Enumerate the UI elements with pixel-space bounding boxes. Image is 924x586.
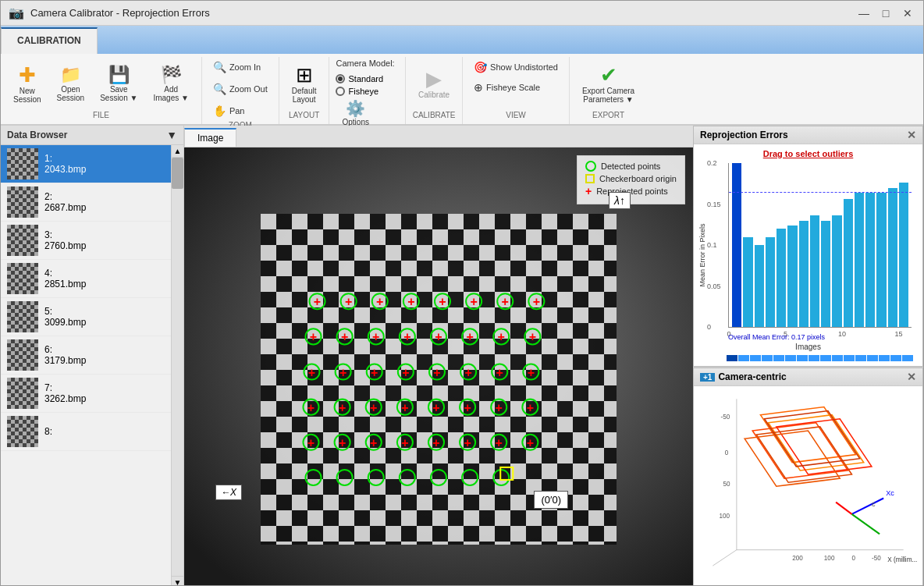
app-window: 📷 Camera Calibrator - Reprojection Error… bbox=[0, 0, 924, 586]
bar-5[interactable] bbox=[777, 229, 786, 327]
zoom-group-items: 🔍 Zoom In 🔍 Zoom Out ✋ Pan bbox=[208, 59, 272, 119]
bar-11[interactable] bbox=[844, 199, 853, 327]
bar-2[interactable] bbox=[743, 237, 752, 328]
options-button[interactable]: ⚙️ Options bbox=[336, 98, 375, 130]
bar-6[interactable] bbox=[787, 226, 797, 327]
calibrate-label: Calibrate bbox=[418, 91, 450, 99]
ytick-50: 50 bbox=[723, 481, 731, 488]
sidebar-item-6[interactable]: 6:3179.bmp bbox=[1, 336, 171, 375]
xtick-10: 10 bbox=[838, 330, 846, 338]
bar-4[interactable] bbox=[766, 237, 775, 328]
sidebar-item-3[interactable]: 3:2760.bmp bbox=[1, 222, 171, 260]
item-label-8: 8: bbox=[44, 426, 52, 437]
pan-button[interactable]: ✋ Pan bbox=[208, 102, 250, 119]
bar-13[interactable] bbox=[865, 193, 875, 328]
detected-legend-label: Detected points bbox=[601, 162, 660, 171]
standard-radio[interactable] bbox=[336, 74, 345, 83]
selection-row bbox=[727, 355, 913, 361]
svg-text:+: + bbox=[341, 329, 348, 343]
c-label: c bbox=[872, 500, 876, 508]
sidebar-item-7[interactable]: 7:3262.bmp bbox=[1, 375, 171, 413]
zoom-out-button[interactable]: 🔍 Zoom Out bbox=[208, 80, 272, 98]
item-label-3: 3:2760.bmp bbox=[44, 229, 86, 251]
default-layout-button[interactable]: ⊞ DefaultLayout bbox=[286, 62, 323, 107]
plus-one-badge: +1 bbox=[700, 373, 715, 382]
reprojection-panel-close-button[interactable]: ✕ bbox=[907, 129, 916, 141]
bar-3[interactable] bbox=[755, 245, 764, 327]
minimize-button[interactable]: — bbox=[856, 5, 872, 21]
show-undistorted-label: Show Undistorted bbox=[490, 62, 558, 72]
x-axis-3d-label: X (millim... bbox=[887, 556, 917, 563]
svg-text:+: + bbox=[339, 365, 346, 379]
camera-centric-panel: +1 Camera-centric ✕ bbox=[693, 368, 923, 586]
calibration-tab[interactable]: CALIBRATION bbox=[1, 27, 98, 54]
add-images-button[interactable]: 🏁 AddImages ▼ bbox=[147, 63, 194, 105]
image-tab[interactable]: Image bbox=[184, 128, 236, 147]
sidebar-item-5[interactable]: 5:3099.bmp bbox=[1, 298, 171, 336]
sel-8 bbox=[808, 355, 819, 361]
image-panel: Image bbox=[184, 126, 693, 586]
sel-16 bbox=[902, 355, 913, 361]
show-undistorted-button[interactable]: 🎯 Show Undistorted bbox=[469, 59, 563, 76]
board-poses bbox=[745, 407, 872, 487]
svg-text:+: + bbox=[370, 400, 377, 414]
svg-text:+: + bbox=[371, 365, 378, 379]
ytick-015: 0.15 bbox=[707, 201, 721, 208]
add-images-icon: 🏁 bbox=[161, 66, 182, 83]
close-button[interactable]: ✕ bbox=[900, 5, 915, 21]
bar-16[interactable] bbox=[899, 183, 908, 327]
save-session-button[interactable]: 💾 SaveSession ▼ bbox=[94, 63, 144, 105]
sidebar-item-1[interactable]: 1:2043.bmp bbox=[1, 145, 171, 183]
reprojected-legend-row: + Reprojected points bbox=[585, 186, 677, 197]
export-camera-button[interactable]: ✔ Export CameraParameters ▼ bbox=[576, 62, 641, 107]
sidebar-menu-icon[interactable]: ▼ bbox=[166, 129, 177, 141]
standard-radio-row[interactable]: Standard bbox=[336, 74, 383, 83]
bar-14[interactable] bbox=[876, 193, 886, 328]
svg-line-91 bbox=[851, 499, 883, 514]
calibrate-icon: ▶ bbox=[426, 69, 442, 89]
bar-9[interactable] bbox=[821, 221, 830, 328]
show-undistorted-icon: 🎯 bbox=[474, 61, 487, 73]
sel-14 bbox=[879, 355, 890, 361]
scroll-thumb[interactable] bbox=[172, 158, 183, 189]
calibrate-button[interactable]: ▶ Calibrate bbox=[412, 66, 456, 102]
zoom-in-button[interactable]: 🔍 Zoom In bbox=[208, 59, 265, 76]
reprojection-panel-header: Reprojection Errors ✕ bbox=[694, 126, 922, 144]
svg-text:+: + bbox=[307, 400, 315, 414]
fisheye-radio-row[interactable]: Fisheye bbox=[336, 87, 378, 96]
image-panel-tab-bar: Image bbox=[184, 126, 693, 147]
ytick-100: 100 bbox=[720, 513, 730, 520]
sidebar-scrollbar[interactable]: ▲ ▼ bbox=[171, 145, 183, 586]
open-session-button[interactable]: 📁 OpenSession bbox=[51, 63, 91, 105]
sidebar-item-2[interactable]: 2:2687.bmp bbox=[1, 183, 171, 222]
save-session-icon: 💾 bbox=[108, 66, 130, 83]
new-session-button[interactable]: ✚ NewSession bbox=[7, 62, 48, 107]
fisheye-scale-button[interactable]: ⊕ Fisheye Scale bbox=[469, 79, 545, 96]
bar-15[interactable] bbox=[888, 188, 897, 328]
thumb-1 bbox=[7, 148, 38, 179]
checkerboard-image: +++ +++ ++ +++ +++ ++ +++ +++ ++ +++ +++… bbox=[184, 147, 693, 586]
item-label-4: 4:2851.bmp bbox=[44, 268, 86, 289]
pan-icon: ✋ bbox=[213, 105, 226, 117]
sidebar-item-8[interactable]: 8: bbox=[1, 413, 171, 451]
bar-1[interactable] bbox=[732, 163, 741, 327]
reprojected-legend-label: Reprojected points bbox=[596, 186, 668, 196]
svg-text:+: + bbox=[533, 294, 540, 308]
bar-8[interactable] bbox=[810, 215, 819, 327]
svg-text:+: + bbox=[401, 435, 408, 449]
sel-5 bbox=[773, 355, 784, 361]
svg-point-41 bbox=[337, 470, 353, 485]
scroll-up-btn[interactable]: ▲ bbox=[172, 145, 183, 158]
ribbon-content: ✚ NewSession 📁 OpenSession 💾 SaveSession… bbox=[1, 54, 923, 124]
item-label-1: 1:2043.bmp bbox=[44, 153, 86, 175]
camera-centric-close-button[interactable]: ✕ bbox=[907, 371, 916, 383]
svg-text:+: + bbox=[370, 435, 377, 449]
bar-10[interactable] bbox=[832, 215, 841, 327]
bar-7[interactable] bbox=[799, 221, 808, 328]
maximize-button[interactable]: □ bbox=[878, 5, 894, 21]
svg-text:+: + bbox=[308, 365, 315, 379]
bar-12[interactable] bbox=[855, 193, 864, 328]
fisheye-radio[interactable] bbox=[336, 87, 345, 96]
scroll-down-btn[interactable]: ▼ bbox=[172, 576, 183, 586]
sidebar-item-4[interactable]: 4:2851.bmp bbox=[1, 260, 171, 298]
